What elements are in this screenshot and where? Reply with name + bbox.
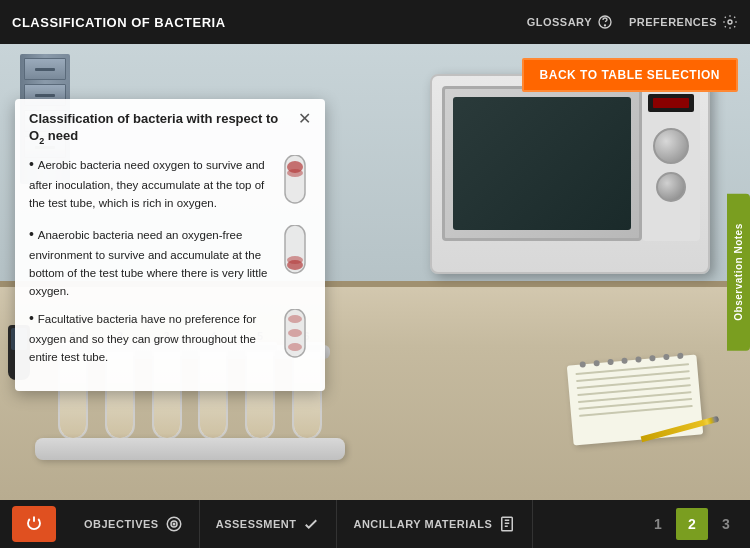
assessment-button[interactable]: ASSESSMENT	[200, 500, 338, 548]
document-icon	[498, 515, 516, 533]
header-right: GLOSSARY PREFERENCES	[527, 14, 738, 30]
rack-base	[35, 438, 345, 460]
bottom-toolbar: OBJECTIVES ASSESSMENT ANCILLARY MATERIAL…	[0, 500, 750, 548]
ancillary-label: ANCILLARY MATERIALS	[353, 518, 492, 530]
microwave-knob-2	[656, 172, 686, 202]
drawer-1	[24, 58, 66, 80]
facultative-text: Facultative bacteria have no preference …	[29, 309, 271, 365]
svg-point-12	[288, 343, 302, 351]
objectives-icon	[165, 515, 183, 533]
microwave-window	[453, 97, 631, 230]
back-to-table-button[interactable]: BACK TO TABLE SELECTION	[522, 58, 738, 92]
microwave-display-red	[653, 98, 689, 108]
microwave-knob-1	[653, 128, 689, 164]
anaerobic-description: Anaerobic bacteria need an oxygen-free e…	[29, 229, 267, 297]
microwave-panel	[642, 86, 700, 241]
svg-point-10	[288, 315, 302, 323]
microwave-door	[442, 86, 642, 241]
scene: 1 2 3 4 5 6	[0, 44, 750, 500]
popup-close-button[interactable]: ✕	[298, 111, 311, 127]
svg-point-8	[287, 256, 303, 264]
glossary-icon	[597, 14, 613, 30]
aerobic-tube-icon	[279, 155, 311, 215]
page-1-button[interactable]: 1	[642, 508, 674, 540]
power-button[interactable]	[12, 506, 56, 542]
svg-point-1	[604, 25, 605, 26]
anaerobic-text: Anaerobic bacteria need an oxygen-free e…	[29, 225, 271, 299]
checkmark-icon	[302, 515, 320, 533]
microwave-display	[648, 94, 694, 112]
microwave	[430, 74, 710, 274]
page-3-button[interactable]: 3	[710, 508, 742, 540]
gear-icon	[722, 14, 738, 30]
aerobic-text: Aerobic bacteria need oxygen to survive …	[29, 155, 271, 211]
page-numbers: 1 2 3	[642, 500, 750, 548]
power-icon	[25, 515, 43, 533]
glossary-label: GLOSSARY	[527, 16, 592, 28]
info-popup: Classification of bacteria with respect …	[15, 99, 325, 391]
preferences-label: PREFERENCES	[629, 16, 717, 28]
facultative-section: Facultative bacteria have no preference …	[29, 309, 311, 369]
popup-header: Classification of bacteria with respect …	[29, 111, 311, 147]
anaerobic-tube-icon	[279, 225, 311, 285]
svg-point-5	[287, 169, 303, 177]
observation-notes-wrapper: Observation Notes	[727, 193, 750, 350]
assessment-label: ASSESSMENT	[216, 518, 297, 530]
notebook	[567, 354, 703, 445]
aerobic-section: Aerobic bacteria need oxygen to survive …	[29, 155, 311, 215]
facultative-tube-icon	[279, 309, 311, 369]
svg-point-2	[728, 20, 732, 24]
ancillary-materials-button[interactable]: ANCILLARY MATERIALS	[337, 500, 533, 548]
app-title: CLASSIFICATION OF BACTERIA	[12, 15, 226, 30]
svg-point-11	[288, 329, 302, 337]
header: CLASSIFICATION OF BACTERIA GLOSSARY PREF…	[0, 0, 750, 44]
popup-title: Classification of bacteria with respect …	[29, 111, 290, 147]
anaerobic-section: Anaerobic bacteria need an oxygen-free e…	[29, 225, 311, 299]
svg-point-15	[173, 523, 175, 525]
observation-notes-tab[interactable]: Observation Notes	[727, 193, 750, 350]
glossary-button[interactable]: GLOSSARY	[527, 14, 613, 30]
facultative-description: Facultative bacteria have no preference …	[29, 313, 256, 363]
aerobic-description: Aerobic bacteria need oxygen to survive …	[29, 159, 265, 209]
page-2-button[interactable]: 2	[676, 508, 708, 540]
preferences-button[interactable]: PREFERENCES	[629, 14, 738, 30]
objectives-button[interactable]: OBJECTIVES	[68, 500, 200, 548]
objectives-label: OBJECTIVES	[84, 518, 159, 530]
